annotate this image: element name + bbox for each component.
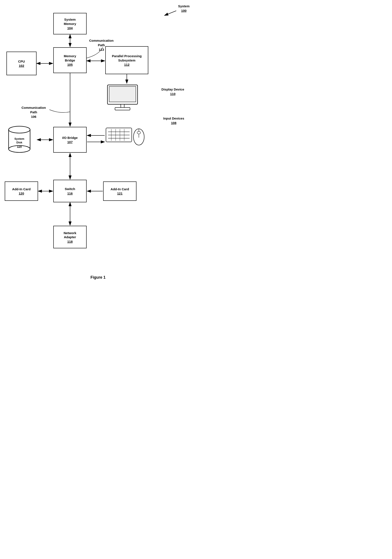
add-in-card-120-box: Add-In Card 120	[5, 181, 38, 201]
svg-text:Disk: Disk	[16, 141, 22, 144]
network-adapter-box: NetworkAdapter 118	[53, 226, 87, 248]
comm-path-113-label: Communication Path 113	[89, 38, 113, 52]
svg-text:System: System	[14, 137, 24, 140]
monitor-icon	[105, 84, 142, 112]
memory-bridge-box: MemoryBridge 105	[53, 47, 87, 73]
svg-point-5	[9, 126, 30, 133]
svg-line-23	[164, 11, 176, 16]
add-in-card-121-box: Add-In Card 121	[103, 181, 137, 201]
cpu-box: CPU 102	[6, 52, 36, 75]
svg-point-20	[137, 131, 141, 134]
svg-rect-1	[109, 86, 136, 102]
svg-rect-3	[115, 108, 130, 110]
diagram: System 100 System Memory 104 CPU 102 Mem…	[0, 0, 196, 273]
switch-box: Switch 116	[53, 180, 87, 202]
io-bridge-box: I/O Bridge 107	[53, 127, 87, 153]
svg-text:114: 114	[17, 145, 22, 148]
input-devices-label: Input Devices 108	[163, 116, 184, 125]
system-label: System 100	[178, 4, 190, 13]
figure-caption: Figure 1	[0, 275, 196, 284]
input-devices-icon	[105, 121, 148, 147]
comm-path-106-label: Communication Path 106	[21, 105, 46, 119]
system-disk-icon: System Disk 114	[5, 124, 37, 155]
display-device-label: Display Device 110	[161, 87, 184, 96]
svg-rect-2	[121, 104, 124, 108]
system-memory-box: System Memory 104	[53, 13, 87, 34]
